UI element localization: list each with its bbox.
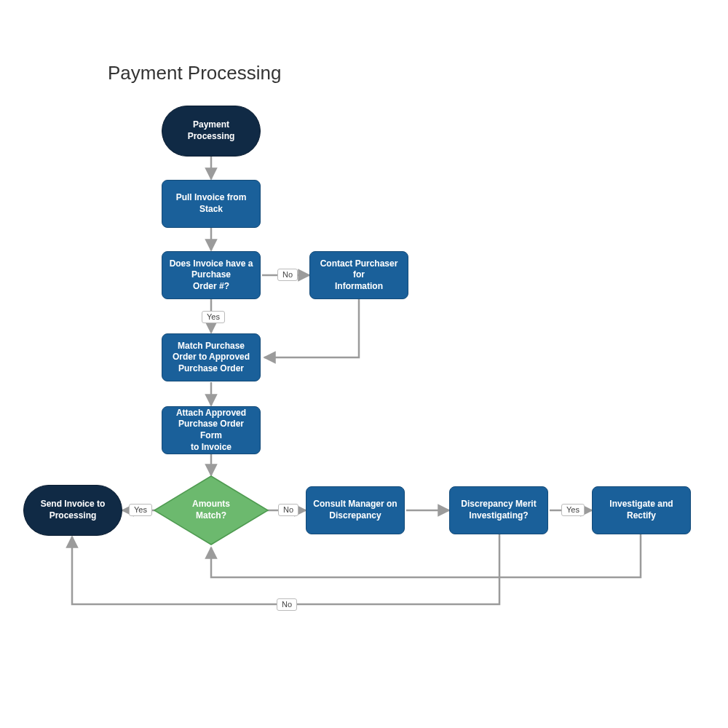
node-attach-form: Attach ApprovedPurchase Order Formto Inv… — [162, 406, 261, 454]
node-discrepancy-merit: Discrepancy MeritInvestigating? — [449, 486, 548, 534]
title-text: Payment Processing — [108, 62, 281, 84]
node-match-po: Match PurchaseOrder to ApprovedPurchase … — [162, 333, 261, 381]
node-pull-invoice: Pull Invoice fromStack — [162, 180, 261, 228]
node-have-po-label: Does Invoice have aPurchaseOrder #? — [170, 258, 253, 293]
node-have-po-question: Does Invoice have aPurchaseOrder #? — [162, 251, 261, 299]
edges-layer — [0, 0, 728, 728]
node-consult-manager: Consult Manager onDiscrepancy — [306, 486, 405, 534]
node-start-label: PaymentProcessing — [188, 119, 235, 142]
node-send-label: Send Invoice toProcessing — [41, 499, 106, 521]
node-contact-label: Contact Purchaser forInformation — [316, 258, 402, 293]
node-amounts-label: AmountsMatch? — [192, 499, 230, 521]
diagram-title: Payment Processing — [108, 62, 281, 84]
node-amounts-match-decision: AmountsMatch? — [153, 475, 269, 546]
edge-label-amounts-no: No — [278, 504, 298, 516]
flowchart-canvas: Payment Processing — [0, 0, 728, 728]
edge-label-amounts-yes: Yes — [129, 504, 152, 516]
edge-label-merit-no: No — [277, 598, 297, 611]
edge-label-merit-yes: Yes — [561, 504, 585, 516]
node-start-terminator: PaymentProcessing — [162, 106, 261, 157]
node-investigate-rectify: Investigate and Rectify — [592, 486, 691, 534]
node-merit-label: Discrepancy MeritInvestigating? — [461, 499, 536, 521]
node-send-invoice-terminator: Send Invoice toProcessing — [23, 485, 122, 536]
node-match-label: Match PurchaseOrder to ApprovedPurchase … — [173, 341, 250, 375]
node-investigate-label: Investigate and Rectify — [598, 499, 684, 521]
edge-label-havepo-yes: Yes — [202, 311, 225, 323]
node-consult-label: Consult Manager onDiscrepancy — [313, 499, 397, 521]
node-pull-label: Pull Invoice fromStack — [176, 192, 247, 215]
node-contact-purchaser: Contact Purchaser forInformation — [309, 251, 408, 299]
edge-label-havepo-no: No — [277, 269, 298, 281]
node-attach-label: Attach ApprovedPurchase Order Formto Inv… — [168, 408, 254, 453]
